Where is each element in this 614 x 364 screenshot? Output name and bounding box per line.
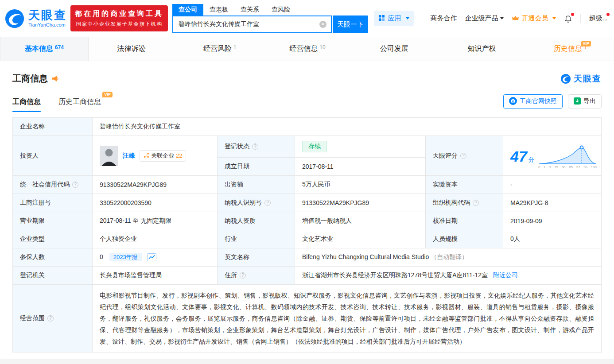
apps-button[interactable]: 应用: [374, 11, 414, 26]
top-header: 天眼查 TianYanCha.com 都在用的商业查询工具 国家中小企业发展子基…: [0, 0, 614, 37]
english-name-label: 英文名称: [218, 248, 295, 267]
business-term-value: 2017-08-11 至 无固定期限: [93, 212, 218, 230]
paid-capital-label: 实缴资本: [426, 176, 503, 194]
subtab-business-registration[interactable]: 工商信息: [12, 97, 41, 112]
taxpayer-quality-value: 增值税一般纳税人: [295, 212, 426, 230]
search-tab-company[interactable]: 查公司: [172, 4, 203, 15]
slogan-badge: 都在用的商业查询工具 国家中小企业发展子基金旗下机构: [70, 5, 168, 31]
table-row: 企业名称 碧峰怡竹长兴文化传媒工作室: [13, 118, 602, 136]
help-icon[interactable]: ?: [252, 143, 258, 150]
business-info-table: 企业名称 碧峰怡竹长兴文化传媒工作室 投资人 汪峰 关联企业 22: [12, 117, 602, 352]
search-tab-boss[interactable]: 查老板: [203, 4, 234, 15]
section-title: 工商信息: [12, 73, 48, 85]
industry-label: 行业: [218, 230, 295, 248]
nav-enterprise-products[interactable]: 企业级产品: [465, 14, 504, 23]
help-icon[interactable]: ?: [47, 315, 54, 321]
main-tab-operation-risk[interactable]: 经营风险1: [176, 37, 264, 61]
clear-search-icon[interactable]: ✕: [319, 21, 326, 28]
paid-capital-value: -: [503, 176, 602, 194]
credit-code-label: 统一社会信用代码?: [13, 176, 93, 194]
nav-business-cooperation[interactable]: 商务合作: [430, 14, 457, 23]
notification-bell-icon[interactable]: [564, 14, 572, 23]
slogan-line-1: 都在用的商业查询工具: [75, 9, 163, 19]
company-name-value: 碧峰怡竹长兴文化传媒工作室: [93, 118, 602, 136]
insured-count-label: 参保人数: [13, 248, 93, 267]
help-icon[interactable]: ?: [240, 272, 246, 279]
search-input[interactable]: [173, 21, 319, 28]
subtab-history-registration[interactable]: 历史工商信息 VIP: [58, 97, 101, 112]
chevron-down-icon: [500, 17, 504, 19]
search-box: ✕: [172, 15, 332, 33]
industry-value: 文化艺术业: [295, 230, 426, 248]
main-tab-company-development[interactable]: 公司发展: [351, 37, 439, 61]
registration-subtabs: 工商信息 历史工商信息 VIP 工商官网快照 导出: [12, 94, 602, 112]
annual-report-badge[interactable]: 2023年报: [109, 253, 142, 261]
reg-status-value: 存续: [295, 136, 426, 158]
tab-count: 10: [319, 44, 325, 50]
search-area: 查公司 查老板 查关系 查风险 ✕ 天眼一下: [172, 4, 368, 33]
tianyancha-logo[interactable]: 天眼查 TianYanCha.com: [4, 8, 67, 29]
main-tab-intellectual-property[interactable]: 知识产权: [439, 37, 527, 61]
chevron-down-icon: [406, 17, 409, 19]
investor-name-link[interactable]: 汪峰: [123, 152, 135, 160]
capital-label: 出资额: [218, 176, 295, 194]
main-tab-business-info[interactable]: 经营信息10: [264, 37, 351, 61]
company-type-label: 企业类型: [13, 230, 93, 248]
tianyancha-logo-icon: [4, 8, 25, 29]
search-tab-risk[interactable]: 查风险: [265, 4, 296, 15]
investor-value: 汪峰 关联企业 22: [93, 136, 218, 176]
insured-count-value: 0 2023年报: [93, 248, 218, 267]
megaphone-icon[interactable]: [51, 75, 59, 82]
reg-status-label: 登记状态?: [218, 136, 295, 158]
score-value: 47: [510, 148, 527, 165]
help-icon[interactable]: ?: [473, 200, 479, 206]
taxpayer-id-value: 91330522MA29KPJG89: [295, 194, 426, 212]
staff-size-value: 0人: [503, 230, 602, 248]
vip-badge: VIP: [102, 92, 113, 97]
investor-avatar[interactable]: [100, 146, 118, 166]
main-tab-history-info[interactable]: 历史信息1 VIP: [526, 37, 614, 61]
search-tab-relation[interactable]: 查关系: [234, 4, 265, 15]
help-icon[interactable]: ?: [264, 200, 271, 206]
relation-graph-icon: [144, 152, 149, 159]
nav-divider: [580, 14, 581, 23]
watermark-brand-logo: 天眼查: [560, 73, 602, 85]
approval-date-value: 2019-09-09: [503, 212, 602, 230]
tab-count: 1: [233, 44, 237, 50]
score-unit: 分: [529, 156, 534, 163]
crown-icon: [512, 15, 519, 22]
notification-dot: [571, 13, 574, 16]
camera-icon: [509, 97, 517, 106]
address-value: 浙江省湖州市长兴县经济开发区明珠路1278号世贸大厦A座811-12室 附近公司: [295, 267, 602, 285]
credit-code-value: 91330522MA29KPJG89: [93, 176, 218, 194]
nav-divider: [422, 14, 422, 23]
nearby-companies-link[interactable]: 附近公司: [493, 271, 518, 279]
main-tab-basic-info[interactable]: 基本信息674: [0, 37, 89, 61]
main-tab-legal-proceedings[interactable]: 法律诉讼: [89, 37, 176, 61]
business-scope-label: 经营范围?: [13, 285, 93, 352]
nav-open-vip[interactable]: 开通会员: [512, 14, 556, 23]
trend-chart-button[interactable]: [147, 253, 156, 261]
english-name-value: Bifeng Yizhu Changxing Cultural Media St…: [295, 248, 602, 267]
export-button[interactable]: 导出: [568, 94, 602, 108]
apps-label: 应用: [388, 14, 401, 23]
reg-authority-label: 登记机关: [13, 267, 93, 285]
related-companies-badge[interactable]: 关联企业 22: [140, 150, 186, 162]
establish-date-label: 成立日期: [218, 158, 295, 176]
nav-super-vip[interactable]: 超级...: [589, 14, 608, 23]
related-companies-count: 22: [176, 152, 182, 159]
taxpayer-id-label: 纳税人识别号?: [218, 194, 295, 212]
snapshot-button[interactable]: 工商官网快照: [503, 94, 563, 108]
org-code-value: MA29KPJG-8: [503, 194, 602, 212]
notification-dot: [606, 13, 610, 16]
table-row: 登记机关 长兴县市场监督管理局 住所? 浙江省湖州市长兴县经济开发区明珠路127…: [13, 267, 602, 285]
apps-grid-icon: [378, 15, 385, 23]
tab-count: 674: [55, 44, 64, 50]
org-code-label: 组织机构代码?: [426, 194, 503, 212]
search-button[interactable]: 天眼一下: [333, 15, 368, 33]
status-badge: 存续: [302, 141, 327, 152]
help-icon[interactable]: ?: [460, 153, 466, 159]
logo-brand-text: 天眼查: [28, 9, 67, 21]
help-icon[interactable]: ?: [72, 182, 78, 188]
score-label: 天眼评分?: [426, 136, 503, 176]
